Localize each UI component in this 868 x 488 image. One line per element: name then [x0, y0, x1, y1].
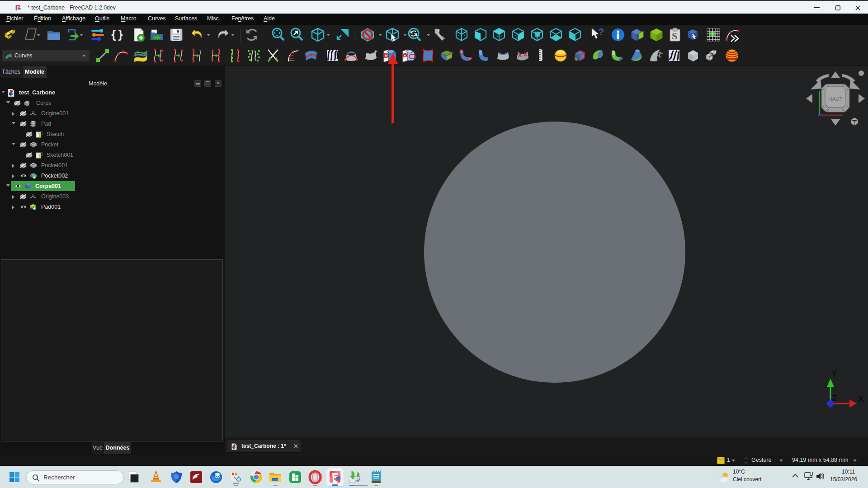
svg-text:S: S [672, 30, 677, 42]
svg-text:HAUT: HAUT [828, 96, 842, 102]
svg-text:?: ? [598, 27, 604, 38]
svg-text:Y: Y [831, 369, 837, 379]
svg-text:X: X [858, 394, 864, 404]
